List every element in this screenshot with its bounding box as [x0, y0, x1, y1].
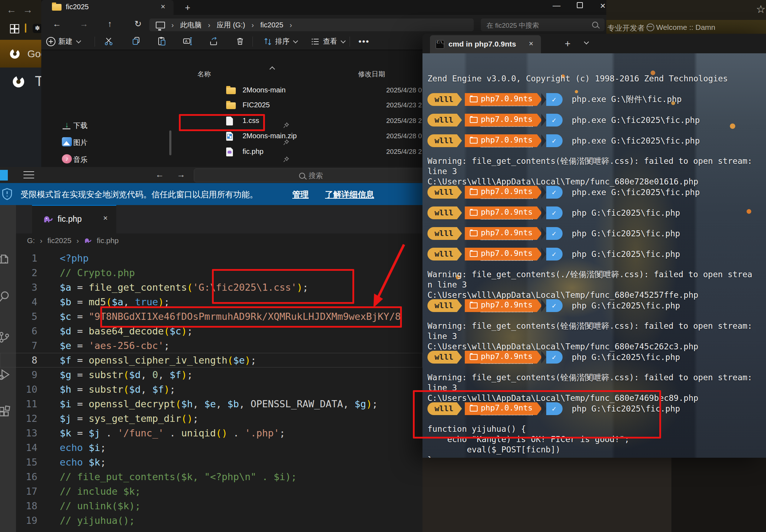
delete-button[interactable] [235, 37, 245, 46]
chevron-right-icon: › [290, 21, 292, 29]
prompt-directory-segment: php7.0.9nts [465, 206, 537, 219]
tab-label: fic.php [58, 214, 82, 224]
tab-close-icon[interactable]: × [529, 40, 533, 48]
forward-icon[interactable]: → [80, 19, 88, 29]
minimize-icon[interactable]: — [548, 0, 565, 12]
explorer-search-box[interactable]: 在 fic2025 中搜索 [481, 18, 605, 31]
pictures-icon [62, 137, 72, 146]
line-content: $j = sys_get_temp_dir(); [37, 411, 198, 426]
up-icon[interactable]: ↑ [108, 19, 112, 29]
breadcrumb-folder[interactable]: fic2025 [260, 21, 283, 29]
line-content: $h = substr($d, $f); [37, 382, 175, 397]
line-number: 14 [0, 440, 37, 455]
tab-fic-php[interactable]: fic.php × [32, 205, 116, 233]
terminal-output-line: line 3 [427, 166, 765, 177]
banner-learn-more-link[interactable]: 了解详细信息 [325, 189, 374, 200]
breadcrumb-drive[interactable]: 应用 (G:) [217, 20, 245, 30]
terminal-command: php G:\fic2025\fic.php [572, 249, 680, 259]
line-number: 17 [0, 484, 37, 499]
background-panel [422, 458, 671, 532]
terminal-blank-line [427, 311, 765, 321]
breadcrumb-this-pc[interactable]: 此电脑 [180, 20, 202, 30]
breadcrumb-folder[interactable]: fic2025 [47, 236, 71, 245]
code-line-19: 19// yijuhua(); [0, 513, 422, 528]
code-line-8: 8$f = openssl_cipher_iv_length($e); [0, 353, 422, 367]
divider [25, 23, 26, 33]
prompt-user-segment: wlll [427, 227, 457, 240]
folder-icon [470, 138, 478, 144]
code-line-15: 15echo $k; [0, 455, 422, 469]
maximize-icon[interactable] [571, 0, 589, 12]
address-bar[interactable]: › 此电脑 › 应用 (G:) › fic2025 › [149, 18, 474, 31]
terminal-output-line: } [427, 455, 765, 458]
bookmark-star-icon[interactable]: ☆ [756, 3, 766, 15]
chevron-right-icon: › [208, 21, 211, 29]
folder-icon [470, 189, 478, 195]
editor-forward-icon[interactable]: → [177, 170, 185, 179]
sidebar-scrollbar[interactable] [169, 130, 171, 155]
vscode-logo-icon [0, 170, 8, 181]
vscode-search-box[interactable]: 搜索 [194, 168, 422, 182]
sidebar-item-图片[interactable]: 图片 [41, 136, 216, 149]
refresh-icon[interactable]: ↻ [134, 19, 142, 29]
new-terminal-tab-icon[interactable]: + [565, 38, 570, 49]
sort-button[interactable]: 排序 [263, 37, 297, 46]
sidebar-item-音乐[interactable]: ♪音乐 [41, 154, 216, 166]
new-tab-icon[interactable]: + [185, 2, 190, 13]
prompt-status-segment: ✓ [546, 227, 563, 240]
terminal-prompt-line: wlllphp7.0.9nts✓php G:\fic2025\fic.php [427, 208, 765, 218]
apps-grid-icon[interactable] [10, 24, 18, 33]
line-content: <?php [37, 251, 89, 265]
chevron-down-icon [293, 38, 298, 43]
sort-ascending-icon [270, 66, 275, 72]
code-line-10: 10$h = substr($d, $f); [0, 382, 422, 397]
terminal-command: php G:\fic2025\fic.php [572, 353, 680, 362]
cut-button[interactable] [104, 37, 113, 46]
share-button[interactable] [209, 37, 218, 46]
copy-button[interactable] [132, 37, 141, 46]
new-button[interactable]: 新建 [46, 37, 80, 46]
prompt-directory-segment: php7.0.9nts [465, 134, 537, 147]
line-number: 15 [0, 455, 37, 469]
assistant-app-icon[interactable]: ✽ [33, 24, 42, 33]
browser-forward-icon[interactable]: → [23, 4, 33, 16]
breadcrumb-drive[interactable]: G: [27, 236, 35, 245]
code-line-7: 7$e = 'aes-256-cbc'; [0, 338, 422, 353]
column-header-name[interactable]: 名称 [197, 70, 211, 79]
column-header-date[interactable]: 修改日期 [358, 70, 385, 79]
rename-button[interactable]: A [183, 37, 192, 46]
breadcrumb-file[interactable]: fic.php [97, 236, 119, 245]
sidebar-item-label: 音乐 [73, 155, 87, 165]
php-elephant-icon [43, 215, 53, 224]
line-content: $f = openssl_cipher_iv_length($e); [37, 353, 256, 367]
explorer-tab-title: fic2025 [66, 3, 89, 11]
terminal-dropdown-icon[interactable] [584, 39, 589, 44]
code-line-9: 9$g = substr($d, 0, $f); [0, 367, 422, 382]
terminal-tab[interactable]: C:\_ cmd in php7.0.9nts × [430, 35, 541, 53]
bookmark-item[interactable]: 专业开发者 [607, 23, 645, 33]
download-icon: ↓ [62, 120, 72, 129]
sidebar-item-label: 图片 [73, 138, 87, 147]
folder-icon [470, 210, 478, 216]
browser-back-icon[interactable]: ← [6, 4, 16, 16]
terminal-blank-line [427, 146, 765, 156]
paste-button[interactable] [157, 37, 166, 46]
close-icon[interactable]: × [594, 0, 606, 12]
menu-hamburger-icon[interactable] [23, 171, 34, 172]
search-icon [592, 22, 598, 28]
banner-manage-link[interactable]: 管理 [292, 189, 309, 200]
more-options-icon[interactable]: ••• [358, 37, 369, 47]
bookmark-item[interactable]: Welcome :: Damn [656, 23, 716, 32]
site-logo-icon [13, 76, 24, 87]
line-number: 11 [0, 397, 37, 411]
tab-close-icon[interactable]: × [103, 214, 108, 222]
explorer-tab[interactable]: fic2025 × [41, 0, 174, 15]
editor-back-icon[interactable]: ← [155, 170, 164, 179]
back-icon[interactable]: ← [53, 19, 61, 29]
background-browser-tab-row: Goo [0, 40, 41, 68]
prompt-status-segment: ✓ [546, 134, 563, 147]
folder-icon [52, 4, 62, 11]
tab-close-icon[interactable]: × [161, 3, 165, 11]
view-button[interactable]: 查看 [311, 37, 345, 46]
terminal-prompt-line: wlllphp7.0.9nts✓php G:\fic2025\fic.php [427, 228, 765, 238]
